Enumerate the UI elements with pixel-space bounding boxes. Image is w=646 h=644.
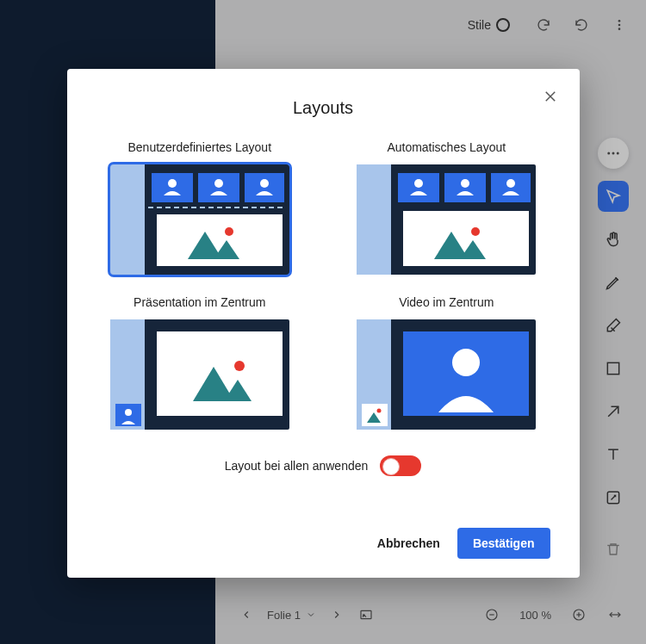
layouts-modal: Layouts Benutzerdefiniertes Layout <box>67 69 580 578</box>
close-button[interactable] <box>538 84 562 108</box>
svg-point-28 <box>260 179 269 188</box>
svg-point-45 <box>471 227 480 236</box>
layout-option-presentation-center[interactable] <box>110 319 289 430</box>
layout-option-label: Präsentation im Zentrum <box>134 295 265 309</box>
layout-option-video-center[interactable] <box>357 319 536 430</box>
layout-custom-thumb <box>110 164 289 275</box>
layout-option-custom[interactable] <box>110 164 289 275</box>
svg-point-53 <box>125 409 132 416</box>
svg-rect-35 <box>357 164 391 275</box>
svg-point-39 <box>461 179 469 188</box>
confirm-button[interactable]: Bestätigen <box>457 528 550 559</box>
layout-option-label: Video im Zentrum <box>399 295 494 309</box>
svg-rect-48 <box>157 331 283 416</box>
svg-point-26 <box>214 179 223 188</box>
layout-automatic-thumb <box>357 164 536 275</box>
modal-title: Layouts <box>96 98 550 118</box>
svg-point-33 <box>225 227 233 236</box>
svg-rect-22 <box>110 164 145 275</box>
svg-point-57 <box>452 349 480 376</box>
layout-presentation-thumb <box>110 319 289 430</box>
svg-point-60 <box>377 409 382 413</box>
layout-option-label: Automatisches Layout <box>387 140 506 154</box>
svg-point-37 <box>414 179 423 188</box>
close-icon <box>543 89 558 104</box>
layout-option-label: Benutzerdefiniertes Layout <box>127 140 271 154</box>
svg-point-24 <box>168 179 177 188</box>
svg-point-41 <box>506 179 515 188</box>
svg-point-51 <box>234 361 245 371</box>
apply-all-toggle[interactable] <box>380 455 421 476</box>
apply-all-label: Layout bei allen anwenden <box>225 459 369 473</box>
layout-option-automatic[interactable] <box>357 164 536 275</box>
layout-video-thumb <box>357 319 536 430</box>
cancel-button[interactable]: Abbrechen <box>372 528 445 559</box>
